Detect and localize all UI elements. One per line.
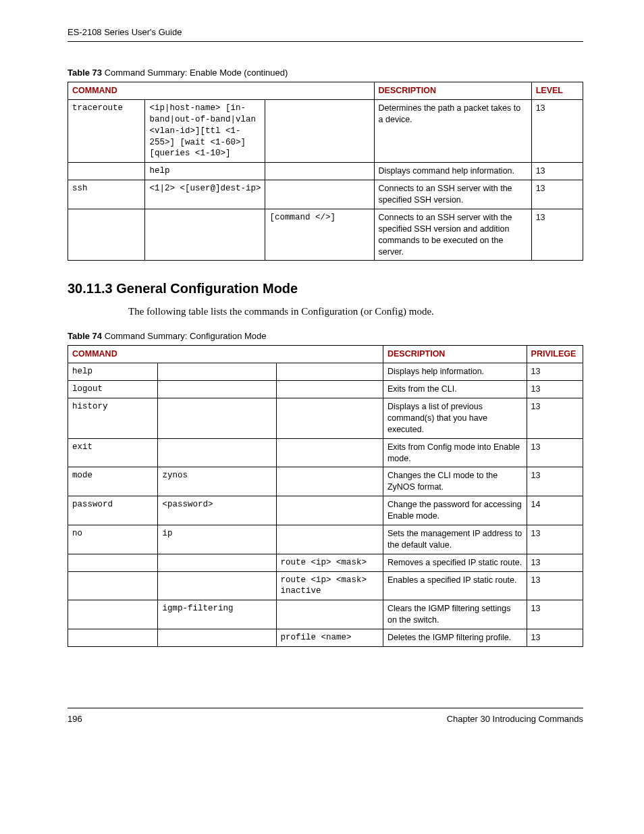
command-cell (68, 571, 158, 600)
table-row: profile <name>Deletes the IGMP filtering… (68, 629, 583, 647)
command-cell: mode (68, 467, 158, 496)
command-cell (158, 629, 276, 647)
command-cell (276, 525, 383, 554)
level-cell: 13 (527, 467, 583, 496)
chapter-label: Chapter 30 Introducing Commands (447, 714, 583, 724)
level-cell: 13 (531, 163, 583, 180)
table-row: modezynosChanges the CLI mode to the ZyN… (68, 467, 583, 496)
command-cell: <ip|host-name> [in-band|out-of-band|vlan… (145, 99, 265, 162)
command-cell: <password> (158, 496, 276, 525)
description-cell: Connects to an SSH server with the speci… (374, 180, 531, 209)
page-footer: 196 Chapter 30 Introducing Commands (68, 708, 583, 724)
table-row: historyDisplays a list of previous comma… (68, 398, 583, 439)
table74-caption-rest: Command Summary: Configuration Mode (102, 331, 267, 341)
description-cell: Connects to an SSH server with the speci… (374, 209, 531, 261)
command-cell: igmp-filtering (158, 600, 276, 629)
command-cell (276, 467, 383, 496)
description-cell: Displays a list of previous command(s) t… (383, 398, 527, 439)
table-row: noipSets the management IP address to th… (68, 525, 583, 554)
table-row: helpDisplays help information.13 (68, 363, 583, 381)
command-cell (265, 99, 374, 162)
command-cell: traceroute (68, 99, 145, 162)
table73-caption-rest: Command Summary: Enable Mode (continued) (102, 68, 288, 78)
table74-caption-bold: Table 74 (68, 331, 102, 341)
table-row: traceroute<ip|host-name> [in-band|out-of… (68, 99, 583, 162)
command-cell: password (68, 496, 158, 525)
command-cell: profile <name> (276, 629, 383, 647)
command-cell: route <ip> <mask> (276, 554, 383, 571)
command-cell (158, 554, 276, 571)
table73-caption-bold: Table 73 (68, 68, 102, 78)
page-number: 196 (68, 714, 82, 724)
command-cell (276, 438, 383, 467)
command-cell (68, 163, 145, 180)
description-cell: Deletes the IGMP filtering profile. (383, 629, 527, 647)
table-row: exitExits from Config mode into Enable m… (68, 438, 583, 467)
level-cell: 13 (527, 629, 583, 647)
table73-header-command: COMMAND (68, 82, 375, 100)
command-cell (68, 600, 158, 629)
table73: COMMAND DESCRIPTION LEVEL traceroute<ip|… (68, 82, 583, 261)
level-cell: 13 (531, 99, 583, 162)
table73-caption: Table 73 Command Summary: Enable Mode (c… (68, 68, 583, 78)
description-cell: Exits from Config mode into Enable mode. (383, 438, 527, 467)
table73-header-level: LEVEL (531, 82, 583, 100)
table-row: route <ip> <mask> inactiveEnables a spec… (68, 571, 583, 600)
level-cell: 13 (527, 398, 583, 439)
description-cell: Changes the CLI mode to the ZyNOS format… (383, 467, 527, 496)
description-cell: Exits from the CLI. (383, 381, 527, 398)
command-cell (276, 600, 383, 629)
description-cell: Removes a specified IP static route. (383, 554, 527, 571)
command-cell: zynos (158, 467, 276, 496)
command-cell: ip (158, 525, 276, 554)
command-cell (276, 496, 383, 525)
description-cell: Change the password for accessing Enable… (383, 496, 527, 525)
command-cell: help (68, 363, 158, 381)
description-cell: Displays help information. (383, 363, 527, 381)
table-row: route <ip> <mask>Removes a specified IP … (68, 554, 583, 571)
level-cell: 13 (531, 209, 583, 261)
table73-header-description: DESCRIPTION (374, 82, 531, 100)
table-row: ssh<1|2> <[user@]dest-ip>Connects to an … (68, 180, 583, 209)
command-cell (158, 571, 276, 600)
command-cell (158, 381, 276, 398)
level-cell: 13 (527, 600, 583, 629)
description-cell: Displays command help information. (374, 163, 531, 180)
command-cell: help (145, 163, 265, 180)
command-cell: logout (68, 381, 158, 398)
command-cell (68, 629, 158, 647)
command-cell (276, 398, 383, 439)
running-header: ES-2108 Series User's Guide (68, 27, 583, 42)
command-cell (158, 438, 276, 467)
level-cell: 13 (527, 363, 583, 381)
command-cell: ssh (68, 180, 145, 209)
table-row: igmp-filteringClears the IGMP filtering … (68, 600, 583, 629)
command-cell: exit (68, 438, 158, 467)
command-cell: <1|2> <[user@]dest-ip> (145, 180, 265, 209)
description-cell: Determines the path a packet takes to a … (374, 99, 531, 162)
section-heading: 30.11.3 General Configuration Mode (68, 281, 583, 296)
command-cell (276, 363, 383, 381)
command-cell (265, 180, 374, 209)
command-cell (158, 398, 276, 439)
command-cell (265, 163, 374, 180)
table-row: [command </>]Connects to an SSH server w… (68, 209, 583, 261)
description-cell: Enables a specified IP static route. (383, 571, 527, 600)
command-cell: route <ip> <mask> inactive (276, 571, 383, 600)
table-row: logoutExits from the CLI.13 (68, 381, 583, 398)
level-cell: 13 (527, 438, 583, 467)
table74-caption: Table 74 Command Summary: Configuration … (68, 331, 583, 341)
table74-header-description: DESCRIPTION (383, 346, 527, 363)
command-cell (68, 554, 158, 571)
level-cell: 13 (527, 381, 583, 398)
level-cell: 14 (527, 496, 583, 525)
command-cell: [command </>] (265, 209, 374, 261)
description-cell: Clears the IGMP filtering settings on th… (383, 600, 527, 629)
command-cell (145, 209, 265, 261)
table74-header-command: COMMAND (68, 346, 383, 363)
section-intro: The following table lists the commands i… (128, 306, 583, 317)
level-cell: 13 (527, 554, 583, 571)
level-cell: 13 (531, 180, 583, 209)
command-cell: no (68, 525, 158, 554)
command-cell (68, 209, 145, 261)
